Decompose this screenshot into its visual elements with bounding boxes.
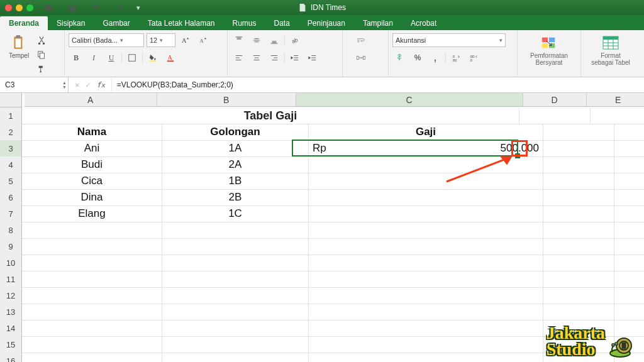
cell[interactable] bbox=[614, 173, 644, 190]
cell[interactable]: Nama bbox=[22, 124, 162, 141]
cell[interactable]: Golongan bbox=[162, 124, 309, 141]
comma-icon[interactable]: , bbox=[428, 50, 443, 65]
italic-icon[interactable]: I bbox=[86, 50, 101, 65]
tab-tata-letak[interactable]: Tata Letak Halaman bbox=[139, 16, 224, 30]
col-header-d[interactable]: D bbox=[523, 93, 587, 107]
tab-acrobat[interactable]: Acrobat bbox=[402, 16, 445, 30]
row-header[interactable]: 9 bbox=[0, 238, 22, 255]
row-header[interactable]: 8 bbox=[0, 222, 22, 239]
cell[interactable] bbox=[22, 336, 162, 353]
row-header[interactable]: 16 bbox=[0, 353, 22, 362]
cell[interactable]: 1C bbox=[162, 206, 309, 222]
format-as-table-button[interactable]: Format sebagai Tabel bbox=[586, 32, 635, 66]
cell[interactable]: Cica bbox=[22, 173, 162, 190]
cell[interactable] bbox=[543, 189, 614, 206]
cell[interactable] bbox=[22, 304, 162, 321]
percent-icon[interactable]: % bbox=[410, 50, 425, 65]
shrink-font-icon[interactable]: A bbox=[196, 33, 211, 48]
cell[interactable]: 2B bbox=[162, 189, 309, 206]
copy-icon[interactable] bbox=[34, 48, 49, 61]
cell[interactable] bbox=[22, 255, 162, 272]
tab-sisipkan[interactable]: Sisipkan bbox=[48, 16, 94, 30]
cell[interactable] bbox=[614, 189, 644, 206]
row-header[interactable]: 7 bbox=[0, 206, 22, 222]
cell[interactable] bbox=[22, 271, 162, 288]
number-format-select[interactable]: Akuntansi▾ bbox=[392, 33, 506, 47]
format-painter-icon[interactable] bbox=[34, 62, 49, 75]
col-header-c[interactable]: C bbox=[296, 93, 523, 107]
cell[interactable] bbox=[614, 124, 644, 141]
tab-beranda[interactable]: Beranda bbox=[0, 16, 48, 30]
window-controls[interactable] bbox=[5, 4, 33, 11]
row-header[interactable]: 14 bbox=[0, 320, 22, 337]
cell[interactable] bbox=[543, 255, 614, 272]
cell[interactable] bbox=[309, 336, 543, 353]
decrease-decimal-icon[interactable]: .00.0 bbox=[466, 50, 481, 65]
minimize-window-icon[interactable] bbox=[16, 4, 23, 11]
cell[interactable] bbox=[309, 255, 543, 272]
increase-indent-icon[interactable] bbox=[305, 50, 320, 65]
merge-cells-icon[interactable] bbox=[347, 50, 375, 65]
fx-icon[interactable]: fx bbox=[96, 80, 104, 89]
cell[interactable] bbox=[162, 222, 309, 239]
cell[interactable]: Gaji bbox=[309, 124, 543, 141]
cell[interactable]: Budi bbox=[22, 156, 162, 173]
row-header[interactable]: 5 bbox=[0, 173, 22, 190]
row-header[interactable]: 6 bbox=[0, 189, 22, 206]
row-header[interactable]: 3 bbox=[0, 140, 22, 157]
font-color-icon[interactable]: A bbox=[163, 50, 178, 65]
tab-gambar[interactable]: Gambar bbox=[94, 16, 138, 30]
cell[interactable] bbox=[614, 238, 644, 255]
cell[interactable] bbox=[543, 206, 614, 222]
cut-icon[interactable] bbox=[34, 33, 49, 47]
currency-icon[interactable] bbox=[392, 50, 408, 65]
cell[interactable] bbox=[309, 271, 543, 288]
cell[interactable]: 1A bbox=[162, 140, 309, 157]
cell[interactable] bbox=[162, 320, 309, 337]
cell[interactable] bbox=[614, 287, 644, 304]
formula-input[interactable]: =VLOOKUP(B3;Data_Sumber;2;0) bbox=[112, 80, 644, 89]
undo-icon[interactable] bbox=[89, 0, 104, 15]
tab-rumus[interactable]: Rumus bbox=[223, 16, 265, 30]
enter-formula-icon[interactable]: ✓ bbox=[86, 80, 90, 89]
cell[interactable] bbox=[162, 353, 309, 362]
cell[interactable] bbox=[162, 304, 309, 321]
orientation-icon[interactable]: ab bbox=[287, 33, 303, 48]
cell[interactable] bbox=[22, 287, 162, 304]
row-header[interactable]: 11 bbox=[0, 271, 22, 288]
tab-peninjauan[interactable]: Peninjauan bbox=[299, 16, 354, 30]
cell[interactable] bbox=[543, 287, 614, 304]
close-window-icon[interactable] bbox=[5, 4, 12, 11]
cell[interactable] bbox=[162, 336, 309, 353]
cell[interactable] bbox=[162, 287, 309, 304]
row-header[interactable]: 12 bbox=[0, 287, 22, 304]
home-icon[interactable] bbox=[41, 0, 56, 15]
cell[interactable] bbox=[309, 206, 543, 222]
cell[interactable] bbox=[614, 271, 644, 288]
conditional-format-button[interactable]: Pemformatan Bersyarat bbox=[523, 32, 575, 66]
cancel-formula-icon[interactable]: ✕ bbox=[75, 80, 79, 89]
title-cell[interactable]: Tabel Gaji bbox=[22, 107, 519, 124]
wrap-text-icon[interactable] bbox=[347, 33, 375, 48]
cell[interactable] bbox=[309, 320, 543, 337]
cell[interactable] bbox=[162, 238, 309, 255]
tab-tampilan[interactable]: Tampilan bbox=[354, 16, 402, 30]
cell[interactable] bbox=[162, 271, 309, 288]
cell[interactable] bbox=[162, 255, 309, 272]
cell[interactable] bbox=[543, 156, 614, 173]
cell[interactable] bbox=[614, 140, 644, 157]
cell[interactable] bbox=[22, 222, 162, 239]
cell[interactable] bbox=[543, 124, 614, 141]
grow-font-icon[interactable]: A bbox=[178, 33, 193, 48]
underline-icon[interactable]: U bbox=[104, 50, 119, 65]
align-top-icon[interactable] bbox=[231, 33, 247, 48]
cell[interactable] bbox=[614, 206, 644, 222]
cell[interactable] bbox=[309, 287, 543, 304]
select-all-corner[interactable] bbox=[0, 93, 22, 107]
cell[interactable] bbox=[519, 107, 591, 124]
paste-button[interactable]: Tempel bbox=[4, 32, 34, 75]
bold-icon[interactable]: B bbox=[69, 50, 84, 65]
zoom-window-icon[interactable] bbox=[26, 4, 33, 11]
increase-decimal-icon[interactable]: .0.00 bbox=[448, 50, 464, 65]
cell[interactable] bbox=[309, 353, 543, 362]
